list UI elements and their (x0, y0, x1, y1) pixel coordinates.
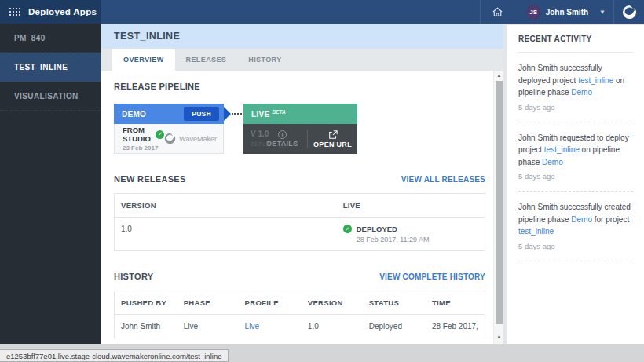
check-icon: ✓ (343, 225, 352, 233)
main-column: TEST_INLINE OVERVIEW RELEASES HISTORY RE… (101, 24, 503, 344)
col-pushed-by: PUSHED BY (115, 291, 177, 315)
release-pipeline: DEMO PUSH FROM STUDIO ✓ 23 Feb 2017 (114, 104, 485, 154)
info-icon: i (278, 130, 287, 139)
col-profile: PROFILE (239, 291, 302, 315)
demo-card-body: FROM STUDIO ✓ 23 Feb 2017 WaveMaker (114, 124, 224, 154)
activity-item: John Smith successfully created pipeline… (518, 192, 633, 261)
release-version: 1.0 (115, 218, 337, 251)
activity-time: 5 days ago (518, 103, 633, 112)
col-live: LIVE (337, 194, 485, 218)
beta-badge: BETA (272, 109, 285, 115)
page-title: TEST_INLINE (114, 31, 180, 42)
page-title-bar: TEST_INLINE (101, 24, 503, 49)
avatar: JS (526, 5, 541, 20)
activity-text: for project (592, 215, 629, 224)
project-link[interactable]: test_inline (544, 145, 580, 154)
col-status: STATUS (363, 291, 426, 315)
recent-activity-panel: RECENT ACTIVITY John Smith successfully … (507, 25, 644, 344)
col-version: VERSION (115, 194, 337, 218)
activity-item: John Smith successfully deployed project… (518, 53, 633, 122)
activity-time: 5 days ago (518, 172, 633, 181)
scroll-up-icon[interactable]: ▲ (494, 71, 504, 80)
home-icon (492, 6, 503, 18)
top-bar: Deployed Apps JS John Smith ▼ (0, 0, 644, 24)
open-url-icon (328, 130, 338, 140)
history-table: PUSHED BY PHASE PROFILE VERSION STATUS T… (114, 291, 485, 338)
history-version: 1.0 (302, 315, 363, 338)
demo-card-header: DEMO PUSH (114, 104, 224, 124)
live-card-body: V 1.0 28 Feb i DETAILS OPEN URL (243, 124, 357, 154)
live-card-header: LIVE BETA (243, 104, 357, 124)
tab-overview[interactable]: OVERVIEW (112, 49, 175, 71)
project-link[interactable]: test_inline (518, 227, 554, 236)
apps-grid-icon[interactable] (9, 8, 20, 16)
demo-phase-card: DEMO PUSH FROM STUDIO ✓ 23 Feb 2017 (114, 104, 224, 154)
table-row: John Smith Live Live 1.0 Deployed 28 Feb… (115, 315, 485, 338)
new-releases-heading: NEW RELEASES (114, 174, 186, 184)
view-all-releases-link[interactable]: VIEW ALL RELEASES (401, 175, 485, 184)
live-date: 28 Feb (251, 141, 269, 148)
activity-item: John Smith requested to deploy project t… (518, 122, 633, 192)
deploy-status: DEPLOYED (357, 225, 430, 233)
live-version: V 1.0 (251, 130, 269, 138)
history-status: Deployed (363, 315, 426, 338)
wavemaker-swirl-icon (164, 133, 176, 144)
phase-link[interactable]: Demo (571, 88, 592, 97)
release-pipeline-heading: RELEASE PIPELINE (114, 82, 485, 91)
col-time: TIME (426, 291, 485, 315)
demo-deploy-date: 23 Feb 2017 (123, 144, 164, 152)
history-time: 28 Feb 2017, (426, 315, 485, 338)
history-heading: HISTORY (114, 272, 153, 281)
live-phase-name: LIVE (251, 110, 269, 119)
demo-phase-name: DEMO (122, 110, 146, 119)
wavemaker-watermark: WaveMaker (164, 133, 217, 144)
history-phase: Live (177, 315, 239, 338)
live-phase-card: LIVE BETA V 1.0 28 Feb i DETAILS (243, 104, 357, 154)
tab-releases[interactable]: RELEASES (175, 49, 238, 71)
pipeline-arrow (224, 107, 231, 121)
live-version-info: V 1.0 28 Feb (251, 130, 269, 148)
sidebar-item-visualisation[interactable]: VISUALISATION (0, 82, 101, 111)
user-name: John Smith (546, 8, 588, 16)
wavemaker-watermark-text: WaveMaker (179, 135, 217, 143)
tab-bar: OVERVIEW RELEASES HISTORY (101, 49, 503, 71)
sidebar-item-pm-840[interactable]: PM_840 (0, 24, 101, 53)
wavemaker-logo (614, 0, 644, 24)
activity-time: 5 days ago (518, 242, 633, 250)
project-link[interactable]: test_inline (578, 76, 613, 85)
table-row: 1.0 ✓ DEPLOYED 28 Feb 2017, 11:29 AM (115, 218, 485, 251)
history-profile-link[interactable]: Live (245, 322, 259, 331)
home-button[interactable] (481, 0, 515, 24)
brand-section: Deployed Apps (0, 0, 101, 24)
chevron-down-icon: ▼ (599, 9, 606, 16)
view-complete-history-link[interactable]: VIEW COMPLETE HISTORY (379, 272, 485, 281)
push-button[interactable]: PUSH (184, 107, 219, 121)
check-icon: ✓ (156, 130, 164, 139)
deploy-time: 28 Feb 2017, 11:29 AM (357, 236, 430, 243)
history-pushed-by: John Smith (115, 315, 177, 338)
user-menu[interactable]: JS John Smith ▼ (515, 0, 613, 24)
open-url-button[interactable]: OPEN URL (308, 124, 357, 154)
col-version: VERSION (302, 291, 363, 315)
scroll-down-icon[interactable]: ▼ (494, 333, 504, 342)
status-url: e1253bff77e01.live.stage-cloud.wavemaker… (6, 352, 221, 360)
overview-content: RELEASE PIPELINE DEMO PUSH FROM STUDIO ✓ (101, 71, 493, 344)
topbar-right: JS John Smith ▼ (101, 0, 644, 24)
phase-link[interactable]: Demo (542, 158, 563, 166)
sidebar-item-test-inline[interactable]: TEST_INLINE (0, 53, 101, 82)
scrollbar-thumb[interactable] (496, 81, 503, 324)
col-phase: PHASE (177, 291, 239, 315)
vertical-scrollbar[interactable]: ▲ ▼ (493, 71, 503, 344)
app-title: Deployed Apps (28, 7, 97, 16)
recent-activity-heading: RECENT ACTIVITY (518, 35, 633, 43)
link-status-bar: e1253bff77e01.live.stage-cloud.wavemaker… (0, 349, 229, 362)
new-releases-table: VERSION LIVE 1.0 ✓ DEPLOYED 28 Feb 2017 (114, 193, 485, 251)
tab-history[interactable]: HISTORY (237, 49, 292, 71)
from-studio-label: FROM STUDIO (123, 126, 152, 143)
sidebar: PM_840 TEST_INLINE VISUALISATION (0, 24, 101, 344)
phase-link[interactable]: Demo (571, 215, 592, 224)
